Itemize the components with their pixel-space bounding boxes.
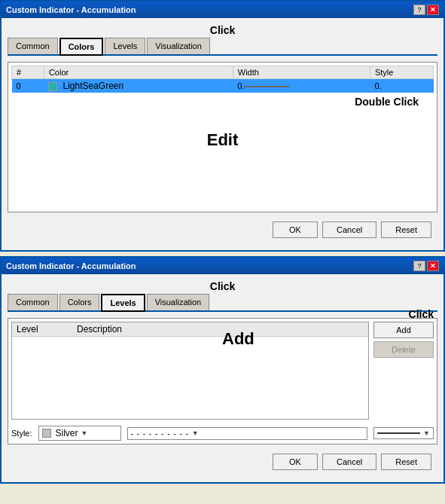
- dialog2-help-btn[interactable]: ?: [413, 261, 425, 271]
- dialog1-body: Click Common Colors Levels Visualization…: [2, 18, 443, 250]
- dialog2-tabs: Common Colors Levels Visualization: [8, 294, 437, 312]
- color-dropdown[interactable]: Silver ▼: [38, 426, 121, 441]
- levels-btns: Add Delete: [373, 322, 434, 420]
- line-width-dropdown[interactable]: ▼: [373, 427, 434, 439]
- colors-table: # Color Width Style 0 LightSeaGreen: [11, 66, 434, 93]
- tab-levels-1[interactable]: Levels: [105, 38, 145, 54]
- dialog2: Custom Indicator - Accumulation ? ✕ Clic…: [0, 256, 445, 484]
- desc-col-header: Description: [77, 324, 364, 334]
- dialog2-titlebar-btns: ? ✕: [413, 261, 439, 271]
- table-row[interactable]: 0 LightSeaGreen 0. 0.: [12, 79, 434, 93]
- edit-annotation: Edit: [11, 108, 434, 173]
- color-name: LightSeaGreen: [62, 81, 123, 91]
- delete-level-btn: Delete: [373, 341, 434, 358]
- dash-pattern: - - - - - - - - - -: [131, 429, 189, 438]
- dialog2-footer: OK Cancel Reset: [8, 451, 437, 476]
- dialog2-titlebar: Custom Indicator - Accumulation ? ✕: [2, 258, 443, 274]
- tab-common-2[interactable]: Common: [8, 294, 58, 310]
- dialog1-help-btn[interactable]: ?: [413, 5, 425, 15]
- dialog1-footer: OK Cancel Reset: [8, 218, 437, 244]
- cell-width: 0.: [233, 79, 370, 93]
- add-level-btn[interactable]: Add: [373, 322, 434, 338]
- dialog1-tab-content: # Color Width Style 0 LightSeaGreen: [8, 62, 437, 212]
- slider-line: [244, 86, 289, 87]
- col-color: Color: [44, 66, 233, 79]
- dialog1-tabs: Common Colors Levels Visualization: [8, 38, 437, 56]
- dialog2-body: Click Common Colors Levels Visualization…: [2, 274, 443, 482]
- reset-btn-1[interactable]: Reset: [381, 221, 431, 238]
- ok-btn-1[interactable]: OK: [273, 221, 318, 238]
- tab-levels-2[interactable]: Levels: [101, 294, 145, 312]
- cancel-btn-2[interactable]: Cancel: [322, 454, 376, 470]
- silver-swatch: [42, 429, 51, 438]
- cell-num: 0: [12, 79, 44, 93]
- line-width-value: [377, 432, 420, 434]
- ok-btn-2[interactable]: OK: [273, 454, 318, 470]
- add-annotation: Add: [222, 329, 255, 349]
- dialog2-close-btn[interactable]: ✕: [427, 261, 439, 271]
- tab-visualization-2[interactable]: Visualization: [147, 294, 210, 310]
- dash-dropdown-arrow: ▼: [192, 429, 200, 437]
- style-label: Style:: [11, 429, 32, 438]
- dblclick-annotation: Double Click: [11, 96, 434, 108]
- tab-colors-2[interactable]: Colors: [59, 294, 100, 310]
- dialog2-click-annotation: Click: [8, 280, 437, 292]
- col-hash: #: [12, 66, 44, 79]
- col-style: Style: [370, 66, 433, 79]
- dialog1-click-annotation: Click: [8, 24, 437, 36]
- tab-common-1[interactable]: Common: [8, 38, 58, 54]
- cell-color: LightSeaGreen: [44, 79, 233, 93]
- levels-list-header: Level Description: [12, 322, 368, 337]
- dash-dropdown[interactable]: - - - - - - - - - - ▼: [127, 427, 367, 440]
- color-value: Silver: [56, 428, 78, 438]
- reset-btn-2[interactable]: Reset: [381, 454, 431, 470]
- levels-area-container: Click Add Level Description Add Delete: [11, 322, 434, 420]
- style-row: Style: Silver ▼ - - - - - - - - - - ▼ ▼: [11, 426, 434, 441]
- cancel-btn-1[interactable]: Cancel: [322, 221, 376, 238]
- dialog1: Custom Indicator - Accumulation ? ✕ Clic…: [0, 0, 445, 252]
- levels-list: Level Description: [11, 322, 369, 420]
- color-dropdown-arrow: ▼: [81, 429, 88, 437]
- dialog1-titlebar-btns: ? ✕: [413, 5, 439, 15]
- dialog1-close-btn[interactable]: ✕: [427, 5, 439, 15]
- dialog2-tab-content: Click Add Level Description Add Delete: [8, 318, 437, 444]
- line-width-arrow: ▼: [423, 429, 430, 437]
- tab-visualization-1[interactable]: Visualization: [147, 38, 210, 54]
- color-swatch: [48, 82, 57, 91]
- col-width: Width: [233, 66, 370, 79]
- level-col-header: Level: [17, 324, 77, 334]
- add-click-annotation: Click: [409, 308, 434, 320]
- cell-style: 0.: [370, 79, 433, 93]
- dialog2-title: Custom Indicator - Accumulation: [6, 261, 136, 270]
- dialog1-titlebar: Custom Indicator - Accumulation ? ✕: [2, 2, 443, 18]
- tab-colors-1[interactable]: Colors: [59, 38, 104, 56]
- dialog1-title: Custom Indicator - Accumulation: [6, 5, 136, 14]
